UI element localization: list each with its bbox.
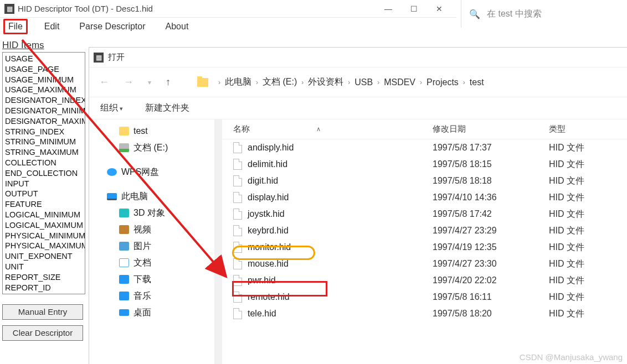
tree-item[interactable]: 此电脑 bbox=[96, 188, 208, 205]
maximize-button[interactable]: ☐ bbox=[401, 0, 426, 18]
breadcrumb-crumb[interactable]: 此电脑 bbox=[224, 75, 253, 89]
organize-button[interactable]: 组织 bbox=[100, 102, 123, 114]
splitter[interactable] bbox=[214, 119, 222, 364]
hid-item[interactable]: INPUT bbox=[5, 179, 83, 189]
hid-item[interactable]: FEATURE bbox=[5, 199, 83, 210]
hid-item[interactable]: REPORT_COUNT bbox=[5, 293, 83, 294]
file-row[interactable]: display.hid1997/4/10 14:36HID 文件 bbox=[222, 189, 627, 206]
hid-item[interactable]: USAGE_MINIMUM bbox=[5, 75, 83, 85]
file-row[interactable]: digit.hid1997/5/8 18:18HID 文件 bbox=[222, 173, 627, 189]
file-row[interactable]: delimit.hid1997/5/8 18:15HID 文件 bbox=[222, 156, 627, 173]
file-row[interactable]: pwr.hid1997/4/20 22:02HID 文件 bbox=[222, 272, 627, 289]
minimize-button[interactable]: — bbox=[376, 0, 401, 18]
breadcrumb[interactable]: ›此电脑›文档 (E:)›外设资料›USB›MSDEV›Projects›tes… bbox=[218, 75, 485, 89]
hid-item[interactable]: DESIGNATOR_MINIMUM bbox=[5, 106, 83, 116]
file-icon bbox=[233, 308, 242, 319]
file-row[interactable]: andisply.hid1997/5/8 17:37HID 文件 bbox=[222, 139, 627, 156]
hid-item[interactable]: REPORT_SIZE bbox=[5, 272, 83, 283]
desk-icon bbox=[119, 309, 129, 316]
nav-up-icon[interactable]: ↑ bbox=[163, 76, 173, 88]
hid-item[interactable]: UNIT bbox=[5, 262, 83, 272]
search-box[interactable]: 🔍 在 test 中搜索 bbox=[461, 0, 627, 28]
hid-item[interactable]: COLLECTION bbox=[5, 158, 83, 168]
file-name: monitor.hid bbox=[248, 242, 291, 252]
hid-item[interactable]: REPORT_ID bbox=[5, 283, 83, 293]
file-name: joystk.hid bbox=[248, 209, 285, 219]
file-date: 1997/5/8 18:15 bbox=[433, 159, 549, 169]
file-type: HID 文件 bbox=[549, 192, 627, 204]
hid-item[interactable]: DESIGNATOR_MAXIMUM bbox=[5, 116, 83, 127]
dialog-body: test文档 (E:)WPS网盘此电脑3D 对象视频图片文档下载音乐桌面 名称∧… bbox=[89, 119, 627, 364]
hid-items-listbox[interactable]: USAGEUSAGE_PAGEUSAGE_MINIMUMUSAGE_MAXIMU… bbox=[2, 52, 85, 294]
hid-item[interactable]: LOGICAL_MINIMUM bbox=[5, 210, 83, 220]
nav-back-icon[interactable]: ← bbox=[97, 76, 111, 88]
tree-item-label: test bbox=[133, 126, 148, 136]
hid-item[interactable]: UNIT_EXPONENT bbox=[5, 251, 83, 262]
close-button[interactable]: ✕ bbox=[426, 0, 452, 18]
folder-tree[interactable]: test文档 (E:)WPS网盘此电脑3D 对象视频图片文档下载音乐桌面 bbox=[89, 119, 214, 364]
hid-item[interactable]: STRING_INDEX bbox=[5, 127, 83, 137]
file-icon bbox=[233, 159, 242, 170]
file-row[interactable]: joystk.hid1997/5/8 17:42HID 文件 bbox=[222, 206, 627, 222]
tree-item[interactable]: 音乐 bbox=[96, 288, 208, 304]
hid-item[interactable]: DESIGNATOR_INDEX bbox=[5, 95, 83, 106]
menu-about[interactable]: About bbox=[162, 20, 192, 33]
file-icon bbox=[233, 209, 242, 220]
hid-item[interactable]: PHYSICAL_MINIMUM bbox=[5, 231, 83, 241]
hid-item[interactable]: STRING_MAXIMUM bbox=[5, 147, 83, 158]
hid-item[interactable]: END_COLLECTION bbox=[5, 168, 83, 179]
tree-item[interactable]: 文档 (E:) bbox=[96, 139, 208, 156]
breadcrumb-crumb[interactable]: test bbox=[469, 76, 485, 89]
breadcrumb-crumb[interactable]: Projects bbox=[425, 76, 460, 89]
tree-item[interactable]: 图片 bbox=[96, 238, 208, 254]
column-name[interactable]: 名称 bbox=[233, 124, 250, 134]
file-type: HID 文件 bbox=[549, 142, 627, 154]
file-icon bbox=[233, 192, 242, 203]
clear-descriptor-button[interactable]: Clear Descriptor bbox=[2, 325, 83, 341]
tree-item[interactable]: 文档 bbox=[96, 254, 208, 271]
new-folder-button[interactable]: 新建文件夹 bbox=[145, 102, 189, 114]
tree-item-label: 音乐 bbox=[133, 290, 151, 302]
file-list-header[interactable]: 名称∧ 修改日期 类型 bbox=[222, 119, 627, 139]
hid-item[interactable]: USAGE_PAGE bbox=[5, 64, 83, 75]
file-row[interactable]: monitor.hid1997/4/19 12:35HID 文件 bbox=[222, 239, 627, 256]
breadcrumb-crumb[interactable]: USB bbox=[353, 76, 374, 89]
dialog-title: 打开 bbox=[108, 52, 125, 63]
hid-item[interactable]: OUTPUT bbox=[5, 189, 83, 199]
sort-caret-icon: ∧ bbox=[316, 126, 321, 133]
nav-forward-icon[interactable]: → bbox=[121, 76, 136, 88]
column-date[interactable]: 修改日期 bbox=[433, 124, 549, 134]
folder-icon bbox=[119, 127, 129, 136]
tree-item[interactable]: WPS网盘 bbox=[96, 164, 208, 180]
column-type[interactable]: 类型 bbox=[549, 124, 627, 134]
tree-item-label: WPS网盘 bbox=[121, 167, 159, 178]
breadcrumb-crumb[interactable]: 文档 (E:) bbox=[261, 75, 298, 89]
tree-item[interactable]: 下载 bbox=[96, 271, 208, 288]
menu-edit[interactable]: Edit bbox=[41, 20, 63, 33]
file-row[interactable]: tele.hid1997/5/8 18:20HID 文件 bbox=[222, 305, 627, 322]
hid-items-title: HID Items bbox=[2, 40, 85, 51]
file-row[interactable]: mouse.hid1997/4/27 23:30HID 文件 bbox=[222, 256, 627, 272]
hid-item[interactable]: USAGE bbox=[5, 54, 83, 64]
search-placeholder: 在 test 中搜索 bbox=[487, 8, 542, 20]
hid-item[interactable]: LOGICAL_MAXIMUM bbox=[5, 220, 83, 231]
breadcrumb-crumb[interactable]: MSDEV bbox=[383, 76, 417, 89]
tree-item[interactable]: 桌面 bbox=[96, 304, 208, 321]
breadcrumb-crumb[interactable]: 外设资料 bbox=[307, 75, 345, 89]
manual-entry-button[interactable]: Manual Entry bbox=[2, 304, 83, 320]
tree-item[interactable]: test bbox=[96, 123, 208, 139]
tree-item-label: 图片 bbox=[133, 241, 151, 252]
file-row[interactable]: keybrd.hid1997/4/27 23:29HID 文件 bbox=[222, 222, 627, 239]
hid-item[interactable]: PHYSICAL_MAXIMUM bbox=[5, 241, 83, 251]
tree-item[interactable]: 视频 bbox=[96, 221, 208, 238]
hid-item[interactable]: STRING_MINIMUM bbox=[5, 137, 83, 147]
watermark: CSDN @Manjusaka_ywang bbox=[520, 352, 623, 362]
file-row[interactable]: remote.hid1997/5/8 16:11HID 文件 bbox=[222, 289, 627, 305]
tree-item[interactable]: 3D 对象 bbox=[96, 205, 208, 221]
menu-file[interactable]: File bbox=[3, 19, 28, 34]
hid-item[interactable]: USAGE_MAXIMUM bbox=[5, 85, 83, 95]
tree-item-label: 下载 bbox=[133, 274, 151, 285]
chevron-right-icon: › bbox=[256, 79, 258, 86]
nav-history-icon[interactable]: ▾ bbox=[146, 79, 153, 86]
menu-parse-descriptor[interactable]: Parse Descriptor bbox=[76, 20, 148, 33]
